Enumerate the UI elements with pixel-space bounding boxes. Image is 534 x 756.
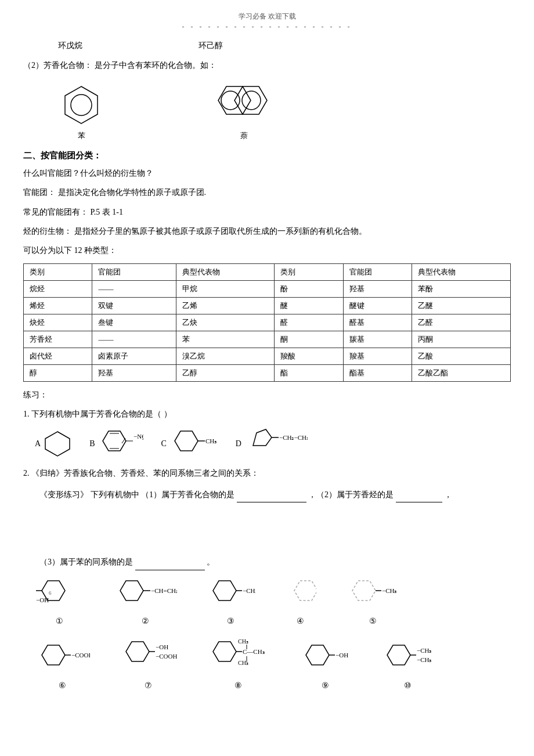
ex1-options-row: A B −NO 2 C CH₃ D −CH₂−CH bbox=[35, 428, 511, 460]
ex2-num: 2. bbox=[23, 469, 30, 478]
cell: 乙炔 bbox=[176, 314, 275, 331]
cell: 羟基 bbox=[343, 281, 412, 298]
exercise-1: 1. 下列有机物中属于芳香化合物的是（ ） bbox=[23, 407, 511, 422]
cell: 酯基 bbox=[343, 365, 412, 382]
svg-text:−CH₃: −CH₃ bbox=[382, 587, 396, 594]
exercise-label: 练习： bbox=[23, 388, 511, 402]
ex2-answer1 bbox=[237, 493, 306, 502]
mol-8: CH₃ C—CH₃ CH₃ ⑧ bbox=[206, 633, 270, 690]
svg-text:CH₃: CH₃ bbox=[238, 638, 248, 645]
cell: 苯酚 bbox=[412, 281, 511, 298]
cyclo-row: 环戊烷 环己醇 bbox=[23, 41, 511, 51]
cell: 醚 bbox=[275, 298, 343, 314]
cell: 双键 bbox=[92, 298, 176, 314]
mol5-svg: −CH₃ bbox=[345, 577, 400, 615]
mol1-svg: 6 −OH bbox=[35, 577, 84, 615]
ex2-part3-row: （3）属于苯的同系物的是 。 bbox=[23, 555, 511, 570]
svg-text:−CH₃: −CH₃ bbox=[417, 647, 431, 654]
option-a: A bbox=[35, 429, 72, 458]
svg-marker-7 bbox=[103, 431, 126, 451]
svg-marker-41 bbox=[213, 642, 236, 661]
svg-marker-14 bbox=[175, 431, 198, 451]
cell: 羧酸 bbox=[275, 348, 343, 365]
mol7-label: ⑦ bbox=[145, 681, 152, 690]
cell: 乙醇 bbox=[176, 365, 275, 382]
cell: —— bbox=[92, 331, 176, 348]
cell: 芳香烃 bbox=[24, 331, 92, 348]
svg-text:CH₃: CH₃ bbox=[205, 437, 217, 444]
svg-text:−CH₂−CH₃: −CH₂−CH₃ bbox=[279, 434, 308, 441]
benzene-svg bbox=[58, 82, 104, 128]
derivative-def: 烃的衍生物： 是指烃分子里的氢原子被其他原子或原子团取代所生成的一系列新的有机化… bbox=[23, 224, 511, 238]
svg-text:−CH₃: −CH₃ bbox=[417, 656, 431, 663]
option-c: C CH₃ bbox=[161, 428, 218, 460]
th-functional2: 官能团 bbox=[343, 264, 412, 281]
svg-text:−OH: −OH bbox=[156, 643, 168, 650]
cyclohexanol-label: 环己醇 bbox=[199, 41, 223, 51]
cell: 叁键 bbox=[92, 314, 176, 331]
ex2-bianxing-text: 《变形练习》 下列有机物中 （1）属于芳香化合物的是 bbox=[39, 490, 234, 499]
option-d-svg: −CH₂−CH₃ bbox=[244, 428, 308, 460]
cell: 卤素原子 bbox=[92, 348, 176, 365]
mol-5: −CH₃ ⑤ bbox=[345, 577, 400, 626]
mol-1: 6 −OH ① bbox=[35, 577, 84, 626]
table-row: 炔烃 叁键 乙炔 醛 醛基 乙醛 bbox=[24, 314, 511, 331]
cyclopentane-label: 环戊烷 bbox=[58, 41, 82, 51]
cell: 酮 bbox=[275, 331, 343, 348]
molecule-row1: 6 −OH ① −CH=CH₂ ② −CH₃ ③ ④ − bbox=[35, 577, 511, 626]
svg-marker-0 bbox=[65, 86, 98, 124]
option-b-svg: −NO 2 bbox=[97, 428, 143, 460]
mol-2: −CH=CH₂ ② bbox=[113, 577, 177, 626]
svg-point-1 bbox=[71, 95, 92, 115]
mol2-label: ② bbox=[142, 616, 149, 626]
cell: —— bbox=[92, 281, 176, 298]
mol10-label: ⑩ bbox=[404, 681, 412, 690]
svg-text:−OH: −OH bbox=[335, 652, 348, 659]
table-row: 卤代烃 卤素原子 溴乙烷 羧酸 羧基 乙酸 bbox=[24, 348, 511, 365]
cell: 羟基 bbox=[92, 365, 176, 382]
cell: 丙酮 bbox=[412, 331, 511, 348]
mol5-label: ⑤ bbox=[369, 616, 377, 626]
benzene-item: 苯 bbox=[58, 82, 104, 141]
cell: 甲烷 bbox=[176, 281, 275, 298]
mol-6: −COOH ⑥ bbox=[35, 642, 90, 690]
cell: 醛基 bbox=[343, 314, 412, 331]
cell: 烷烃 bbox=[24, 281, 92, 298]
svg-marker-30 bbox=[294, 581, 316, 601]
blank-space bbox=[23, 508, 511, 555]
cell: 乙醛 bbox=[412, 314, 511, 331]
th-category1: 类别 bbox=[24, 264, 92, 281]
svg-text:−CH₃: −CH₃ bbox=[243, 587, 255, 594]
ex2-part2: ，（2）属于芳香烃的是 bbox=[308, 490, 394, 499]
ex1-num: 1. bbox=[23, 410, 30, 418]
table-header-row: 类别 官能团 典型代表物 类别 官能团 典型代表物 bbox=[24, 264, 511, 281]
option-b: B −NO 2 bbox=[89, 428, 143, 460]
classification-table: 类别 官能团 典型代表物 类别 官能团 典型代表物 烷烃 —— 甲烷 酚 羟基 … bbox=[23, 263, 511, 382]
option-d-label: D bbox=[236, 439, 241, 448]
cell: 乙酸 bbox=[412, 348, 511, 365]
cell: 羧基 bbox=[343, 348, 412, 365]
mol4-svg bbox=[284, 577, 316, 615]
mol2-svg: −CH=CH₂ bbox=[113, 577, 177, 615]
naphthalene-svg bbox=[209, 82, 279, 128]
types-intro: 可以分为以下 12 种类型： bbox=[23, 243, 511, 258]
cell: 炔烃 bbox=[24, 314, 92, 331]
mol-7: −OH −COOH ⑦ bbox=[119, 633, 177, 690]
cell: 苯 bbox=[176, 331, 275, 348]
table-row: 醇 羟基 乙醇 酯 酯基 乙酸乙酯 bbox=[24, 365, 511, 382]
cell: 酚 bbox=[275, 281, 343, 298]
svg-text:−CH=CH₂: −CH=CH₂ bbox=[151, 587, 177, 594]
ex2-guina: 《归纳》芳香族化合物、芳香烃、苯的同系物三者之间的关系： bbox=[31, 469, 259, 478]
svg-marker-27 bbox=[213, 581, 236, 601]
table-row: 烷烃 —— 甲烷 酚 羟基 苯酚 bbox=[24, 281, 511, 298]
naphthalene-label-text: 萘 bbox=[209, 131, 279, 141]
cell: 醛 bbox=[275, 314, 343, 331]
table-row: 芳香烃 —— 苯 酮 羰基 丙酮 bbox=[24, 331, 511, 348]
q1-text: 什么叫官能团？什么叫烃的衍生物？ bbox=[23, 166, 511, 180]
ex2-period: 。 bbox=[207, 558, 215, 566]
cell: 烯烃 bbox=[24, 298, 92, 314]
mol8-svg: CH₃ C—CH₃ CH₃ bbox=[206, 633, 270, 679]
th-functional1: 官能团 bbox=[92, 264, 176, 281]
cell: 乙烯 bbox=[176, 298, 275, 314]
exercise-2: 2. 《归纳》芳香族化合物、芳香烃、苯的同系物三者之间的关系： bbox=[23, 466, 511, 482]
